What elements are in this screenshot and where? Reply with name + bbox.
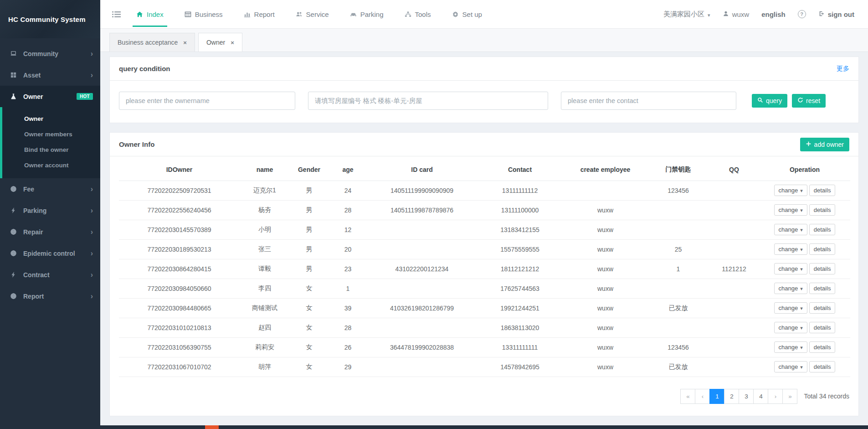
cell-name: 莉莉安 [240,337,290,357]
plus-icon [806,141,812,148]
sidebar-item-community[interactable]: Community [0,43,100,64]
change-button[interactable]: change [774,204,807,216]
user-menu[interactable]: wuxw [723,10,750,18]
details-button[interactable]: details [809,185,836,196]
details-button[interactable]: details [809,224,836,235]
cell-qq: 1121212 [709,259,759,279]
scrollbar-thumb[interactable] [205,425,219,429]
chevron-right-icon [91,50,93,57]
sidebar-item-label: Report [23,293,44,300]
sidebar-subitem-bind-the-owner[interactable]: Bind the owner [2,142,100,157]
details-button[interactable]: details [809,283,836,294]
house-number-input[interactable] [308,92,548,110]
sidebar-item-parking[interactable]: Parking [0,200,100,221]
topnav-item-index[interactable]: Index [136,0,164,28]
sidebar-submenu: OwnerOwner membersBind the ownerOwner ac… [0,107,100,178]
signout-button[interactable]: sign out [818,10,854,18]
language-toggle[interactable]: english [761,10,786,18]
owner-panel-title: Owner Info [119,140,154,148]
cell-door-key: 已发放 [647,298,709,318]
pagination-prev[interactable]: ‹ [695,389,710,404]
change-button[interactable]: change [774,322,807,333]
details-button[interactable]: details [809,243,836,255]
cell-gender: 女 [290,318,329,337]
cell-age: 28 [329,200,367,220]
owner-info-panel: Owner Info add owner IDOwn [109,132,859,416]
cell-gender: 男 [290,259,329,279]
change-button[interactable]: change [774,302,807,314]
sidebar-item-repair[interactable]: Repair [0,221,100,243]
community-selector-label: 美满家园小区 [663,10,704,19]
reset-button[interactable]: reset [792,94,826,108]
pagination-page-4[interactable]: 4 [753,389,768,404]
pagination-page-1[interactable]: 1 [709,389,724,404]
sidebar-item-epidemic-control[interactable]: Epidemic control [0,243,100,264]
details-button[interactable]: details [809,341,836,353]
cell-qq [709,181,759,200]
sidebar-item-contract[interactable]: Contract [0,264,100,285]
pagination-first[interactable]: « [680,389,695,404]
sidebar-subitem-label: Bind the owner [24,146,69,153]
cell-qq [709,357,759,377]
details-button[interactable]: details [809,204,836,216]
pagination-page-3[interactable]: 3 [739,389,754,404]
cell-age: 29 [329,357,367,377]
pagination-next[interactable]: › [768,389,783,404]
cell-qq [709,220,759,239]
cell-qq [709,200,759,220]
topnav-item-service[interactable]: Service [296,0,329,28]
change-button[interactable]: change [774,185,807,196]
table-row: 772022022509720531迈克尔1男24140511199909090… [119,181,850,200]
details-button[interactable]: details [809,263,836,274]
topnav-item-business[interactable]: Business [185,0,223,28]
query-button[interactable]: query [752,94,787,108]
change-button[interactable]: change [774,341,807,353]
cell-create-employee: wuxw [563,279,647,298]
more-link[interactable]: 更多 [837,65,849,73]
details-button[interactable]: details [809,302,836,314]
tab-close-icon[interactable]: × [183,39,187,46]
cell-qq [709,318,759,337]
contact-input[interactable] [561,92,736,110]
topbar: IndexBusinessReportServiceParkingToolsSe… [100,0,868,29]
epidemic-globe-icon [10,250,18,257]
tab-owner[interactable]: Owner× [198,33,242,52]
tab-business-acceptance[interactable]: Business acceptance× [109,33,195,52]
sidebar-item-label: Epidemic control [23,250,75,257]
change-button[interactable]: change [774,263,807,274]
change-button-label: change [779,207,798,213]
cell-age: 20 [329,239,367,259]
menu-toggle-button[interactable] [112,0,121,28]
sidebar-item-fee[interactable]: Fee [0,178,100,200]
topnav-item-parking[interactable]: Parking [350,0,384,28]
sidebar-item-asset[interactable]: Asset [0,64,100,86]
change-button-label: change [779,187,798,194]
ownername-input[interactable] [119,92,295,110]
sidebar-item-report[interactable]: Report [0,285,100,307]
topnav-item-set-up[interactable]: Set up [452,0,482,28]
sidebar-subitem-owner-account[interactable]: Owner account [2,157,100,173]
help-icon[interactable] [798,10,806,18]
change-button[interactable]: change [774,283,807,294]
details-button[interactable]: details [809,361,836,372]
cell-name: 赵四 [240,318,290,337]
change-button[interactable]: change [774,224,807,235]
pagination-page-2[interactable]: 2 [724,389,739,404]
pagination-last[interactable]: » [782,389,797,404]
topnav-item-tools[interactable]: Tools [405,0,431,28]
column-header-id-card: ID card [367,159,477,181]
sidebar-menu: CommunityAssetOwnerHOTOwnerOwner members… [0,38,100,307]
sidebar-item-owner[interactable]: OwnerHOT [0,86,100,107]
topnav-item-report[interactable]: Report [244,0,275,28]
add-owner-button[interactable]: add owner [800,138,849,151]
main-area: IndexBusinessReportServiceParkingToolsSe… [100,0,868,429]
tab-close-icon[interactable]: × [231,39,234,46]
cell-id: 772022030189530213 [119,239,240,259]
sidebar-subitem-owner[interactable]: Owner [2,111,100,126]
details-button[interactable]: details [809,322,836,333]
community-selector[interactable]: 美满家园小区 [663,10,710,19]
change-button[interactable]: change [774,361,807,372]
table-header-row: IDOwnernameGenderageID cardContactcreate… [119,159,850,181]
sidebar-subitem-owner-members[interactable]: Owner members [2,126,100,142]
change-button[interactable]: change [774,243,807,255]
